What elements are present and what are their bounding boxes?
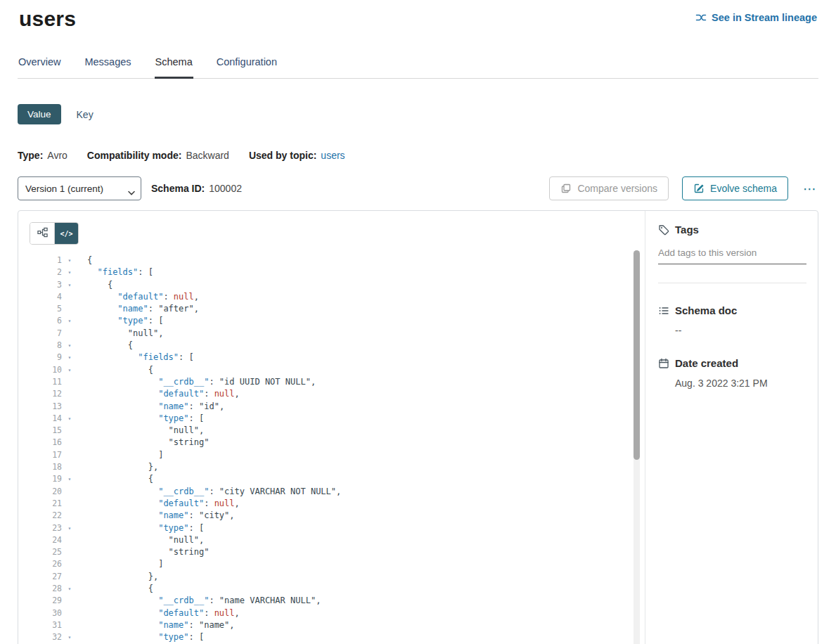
stream-lineage-icon [695, 12, 707, 23]
fold-spacer [62, 461, 77, 473]
schema-doc-title: Schema doc [675, 304, 737, 316]
line-number: 25 [30, 546, 62, 558]
fold-spacer [62, 486, 77, 498]
code-text: { [77, 583, 153, 595]
fold-arrow-icon[interactable]: ▾ [62, 631, 77, 643]
code-line: 8▾ { [30, 340, 645, 352]
code-line: 12 "default": null, [30, 388, 645, 400]
fold-arrow-icon[interactable]: ▾ [62, 266, 77, 278]
key-toggle-button[interactable]: Key [77, 109, 94, 120]
line-number: 14 [30, 413, 62, 425]
line-number: 29 [30, 595, 62, 607]
schema-doc-value: -- [675, 325, 806, 336]
code-line: 18 }, [30, 461, 645, 473]
code-line: 3▾ { [30, 279, 645, 291]
code-text: "fields": [ [77, 352, 194, 363]
fold-arrow-icon[interactable]: ▾ [62, 413, 77, 425]
fold-spacer [62, 388, 77, 400]
fold-arrow-icon[interactable]: ▾ [62, 473, 77, 485]
code-text: "default": null, [77, 607, 240, 619]
code-line: 20 "__crdb__": "city VARCHAR NOT NULL", [30, 486, 645, 498]
fold-spacer [62, 449, 77, 461]
stream-lineage-link[interactable]: See in Stream lineage [695, 12, 817, 23]
code-text: }, [77, 571, 158, 583]
fold-arrow-icon[interactable]: ▾ [62, 340, 77, 352]
fold-arrow-icon[interactable]: ▾ [62, 352, 77, 363]
code-line: 22 "name": "city", [30, 510, 645, 522]
tab-overview[interactable]: Overview [18, 56, 61, 79]
editor-scrollbar[interactable] [634, 250, 640, 644]
tab-configuration[interactable]: Configuration [216, 56, 278, 79]
used-by-topic-label: Used by topic: [249, 150, 316, 161]
fold-arrow-icon[interactable]: ▾ [62, 255, 77, 266]
fold-arrow-icon[interactable]: ▾ [62, 315, 77, 327]
line-number: 10 [30, 364, 62, 376]
line-number: 21 [30, 498, 62, 510]
tag-icon [658, 224, 669, 236]
fold-spacer [62, 619, 77, 631]
fold-spacer [62, 571, 77, 583]
code-text: ] [77, 449, 163, 461]
schema-meta-row: Type: Avro Compatibility mode: Backward … [18, 150, 818, 161]
line-number: 31 [30, 619, 62, 631]
tree-view-button[interactable] [30, 223, 54, 244]
evolve-schema-button[interactable]: Evolve schema [682, 176, 788, 200]
tab-messages[interactable]: Messages [84, 56, 131, 79]
fold-spacer [62, 291, 77, 303]
schema-sidebar: Tags Schema doc -- [645, 211, 818, 644]
code-line: 4 "default": null, [30, 291, 645, 303]
fold-spacer [62, 607, 77, 619]
code-text: { [77, 255, 92, 266]
fold-arrow-icon[interactable]: ▾ [62, 364, 77, 376]
page-header: users See in Stream lineage [0, 0, 836, 31]
fold-spacer [62, 558, 77, 570]
code-text: ] [77, 558, 163, 570]
line-number: 20 [30, 486, 62, 498]
code-line: 31 "name": "name", [30, 619, 645, 631]
code-text: "fields": [ [77, 266, 153, 278]
fold-spacer [62, 498, 77, 510]
code-line: 10▾ { [30, 364, 645, 376]
more-options-button[interactable]: ⋯ [802, 179, 818, 198]
type-value: Avro [47, 150, 67, 161]
tab-schema[interactable]: Schema [155, 56, 193, 79]
value-toggle-button[interactable]: Value [18, 104, 61, 124]
topic-link[interactable]: users [321, 150, 345, 161]
code-text: { [77, 473, 153, 485]
code-line: 5 "name": "after", [30, 303, 645, 315]
code-text: "default": null, [77, 388, 240, 400]
line-number: 23 [30, 522, 62, 534]
code-text: "default": null, [77, 291, 199, 303]
code-line: 9▾ "fields": [ [30, 352, 645, 363]
code-text: "type": [ [77, 631, 204, 643]
code-line: 27 }, [30, 571, 645, 583]
line-number: 5 [30, 303, 62, 315]
tags-title: Tags [675, 224, 699, 236]
fold-spacer [62, 303, 77, 315]
code-text: "type": [ [77, 315, 163, 327]
sidebar-divider [658, 283, 806, 283]
editor-view-toggle: </> [30, 222, 79, 245]
code-text: "type": [ [77, 522, 204, 534]
line-number: 18 [30, 461, 62, 473]
code-line: 29 "__crdb__": "name VARCHAR NULL", [30, 595, 645, 607]
compatibility-value: Backward [186, 150, 229, 161]
scrollbar-thumb[interactable] [634, 250, 640, 460]
code-line: 13 "name": "id", [30, 401, 645, 413]
code-line: 24 "null", [30, 534, 645, 546]
code-view-button[interactable]: </> [54, 223, 78, 244]
line-number: 30 [30, 607, 62, 619]
version-select[interactable]: Version 1 (current) [18, 176, 141, 200]
fold-spacer [62, 401, 77, 413]
date-created-value: Aug. 3 2022 3:21 PM [675, 378, 806, 389]
add-tags-input[interactable] [658, 247, 806, 264]
line-number: 8 [30, 340, 62, 352]
code-line: 21 "default": null, [30, 498, 645, 510]
fold-arrow-icon[interactable]: ▾ [62, 279, 77, 291]
compare-versions-button[interactable]: Compare versions [549, 176, 669, 200]
code-line: 14▾ "type": [ [30, 413, 645, 425]
fold-arrow-icon[interactable]: ▾ [62, 583, 77, 595]
fold-arrow-icon[interactable]: ▾ [62, 522, 77, 534]
code-text: "name": "name", [77, 619, 235, 631]
code-text: "name": "city", [77, 510, 235, 522]
